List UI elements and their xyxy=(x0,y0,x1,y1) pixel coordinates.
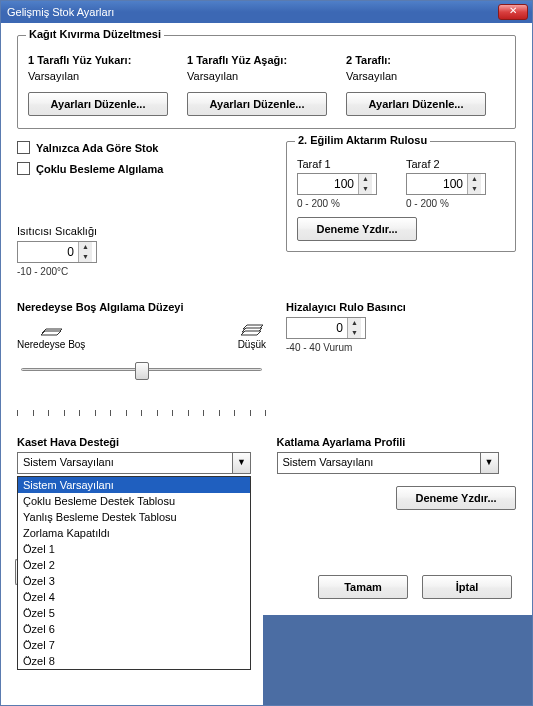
fold-profile-combo-text: Sistem Varsayılanı xyxy=(278,453,480,473)
curl-col-1-face-down: 1 Taraflı Yüz Aşağı: Varsayılan Ayarları… xyxy=(187,54,346,116)
curl-value: Varsayılan xyxy=(346,70,505,82)
close-button[interactable]: ✕ xyxy=(498,4,528,20)
aligner-column: Hizalayıcı Rulo Basıncı ▲ ▼ -40 - 40 Vur… xyxy=(286,287,516,416)
name-only-stock-row: Yalnızca Ada Göre Stok xyxy=(17,141,266,154)
transfer-column: 2. Eğilim Aktarım Rulosu Taraf 1 ▲ ▼ xyxy=(286,141,516,277)
dropdown-arrow-icon[interactable]: ▼ xyxy=(480,453,498,473)
side2-label: Taraf 2 xyxy=(406,158,505,170)
tray-air-dropdown-list[interactable]: Sistem VarsayılanıÇoklu Besleme Destek T… xyxy=(17,476,251,670)
fold-profile-label: Katlama Ayarlama Profili xyxy=(277,436,517,448)
multifeed-checkbox[interactable] xyxy=(17,162,30,175)
spin-down-icon[interactable]: ▼ xyxy=(348,328,361,338)
tray-air-option[interactable]: Zorlama Kapatıldı xyxy=(18,525,250,541)
tray-air-combo-text: Sistem Varsayılanı xyxy=(18,453,232,473)
slider-icon-row: Neredeyse Boş Düşük xyxy=(17,319,266,350)
tray-air-option[interactable]: Özel 1 xyxy=(18,541,250,557)
slider-thumb[interactable] xyxy=(135,362,149,380)
tray-air-option[interactable]: Özel 2 xyxy=(18,557,250,573)
almost-empty-left-caption: Neredeyse Boş xyxy=(17,339,85,350)
aligner-input[interactable] xyxy=(287,318,347,338)
tray-air-option[interactable]: Özel 8 xyxy=(18,653,250,669)
almost-empty-right-icon: Düşük xyxy=(238,319,266,350)
paper-curl-group: Kağıt Kıvırma Düzeltmesi 1 Taraflı Yüz Y… xyxy=(17,35,516,129)
svg-marker-4 xyxy=(241,331,261,335)
svg-marker-1 xyxy=(41,331,61,335)
side1-arrows: ▲ ▼ xyxy=(358,174,372,194)
transfer-side-2: Taraf 2 ▲ ▼ 0 - 200 % xyxy=(406,158,505,209)
tray-air-option[interactable]: Özel 4 xyxy=(18,589,250,605)
ok-button[interactable]: Tamam xyxy=(318,575,408,599)
almost-empty-left-icon: Neredeyse Boş xyxy=(17,319,85,350)
dropdown-arrow-icon[interactable]: ▼ xyxy=(232,453,250,473)
spin-up-icon[interactable]: ▲ xyxy=(468,174,481,184)
tray-air-column: Kaset Hava Desteği Sistem Varsayılanı ▼ … xyxy=(17,436,257,510)
spin-up-icon[interactable]: ▲ xyxy=(348,318,361,328)
edit-settings-button-3[interactable]: Ayarları Düzenle... xyxy=(346,92,486,116)
spin-down-icon[interactable]: ▼ xyxy=(468,184,481,194)
stack-thin-icon xyxy=(38,319,64,337)
fuser-temp-row: ▲ ▼ xyxy=(17,241,266,263)
transfer-roll-group: 2. Eğilim Aktarım Rulosu Taraf 1 ▲ ▼ xyxy=(286,141,516,252)
side2-spinner: ▲ ▼ xyxy=(406,173,486,195)
transfer-side-1: Taraf 1 ▲ ▼ 0 - 200 % xyxy=(297,158,396,209)
side1-spinner: ▲ ▼ xyxy=(297,173,377,195)
aligner-range: -40 - 40 Vurum xyxy=(286,342,516,353)
side1-range: 0 - 200 % xyxy=(297,198,396,209)
parent-window-backdrop xyxy=(263,615,532,705)
aligner-arrows: ▲ ▼ xyxy=(347,318,361,338)
side1-label: Taraf 1 xyxy=(297,158,396,170)
tray-air-option[interactable]: Özel 6 xyxy=(18,621,250,637)
fold-test-print-wrap: Deneme Yzdır... xyxy=(277,486,517,510)
row-checks-transfer: Yalnızca Ada Göre Stok Çoklu Besleme Alg… xyxy=(17,141,516,277)
tray-air-option[interactable]: Yanlış Besleme Destek Tablosu xyxy=(18,509,250,525)
curl-header: 2 Taraflı: xyxy=(346,54,505,66)
almost-empty-right-caption: Düşük xyxy=(238,339,266,350)
window-title: Gelişmiş Stok Ayarları xyxy=(7,6,498,18)
spin-up-icon[interactable]: ▲ xyxy=(79,242,92,252)
fold-profile-combo[interactable]: Sistem Varsayılanı ▼ xyxy=(277,452,499,474)
tray-air-option[interactable]: Çoklu Besleme Destek Tablosu xyxy=(18,493,250,509)
stack-thick-icon xyxy=(239,319,265,337)
tray-air-label: Kaset Hava Desteği xyxy=(17,436,257,448)
tray-air-option[interactable]: Sistem Varsayılanı xyxy=(18,477,250,493)
curl-col-2-sided: 2 Taraflı: Varsayılan Ayarları Düzenle..… xyxy=(346,54,505,116)
spin-up-icon[interactable]: ▲ xyxy=(359,174,372,184)
tray-air-option[interactable]: Özel 7 xyxy=(18,637,250,653)
curl-header: 1 Taraflı Yüz Aşağı: xyxy=(187,54,346,66)
side1-input[interactable] xyxy=(298,174,358,194)
cancel-button[interactable]: İptal xyxy=(422,575,512,599)
name-only-stock-checkbox[interactable] xyxy=(17,141,30,154)
aligner-label: Hizalayıcı Rulo Basıncı xyxy=(286,301,516,313)
spin-down-icon[interactable]: ▼ xyxy=(79,252,92,262)
edit-settings-button-2[interactable]: Ayarları Düzenle... xyxy=(187,92,327,116)
spin-down-icon[interactable]: ▼ xyxy=(359,184,372,194)
fuser-range-text: -10 - 200°C xyxy=(17,266,266,277)
curl-value: Varsayılan xyxy=(28,70,187,82)
multifeed-label: Çoklu Besleme Algılama xyxy=(36,163,163,175)
dialog-buttons: Tamam İptal xyxy=(318,575,512,599)
side2-range: 0 - 200 % xyxy=(406,198,505,209)
fuser-temp-input[interactable] xyxy=(18,242,78,262)
aligner-spinner: ▲ ▼ xyxy=(286,317,366,339)
test-print-fold-button[interactable]: Deneme Yzdır... xyxy=(396,486,516,510)
fold-profile-column: Katlama Ayarlama Profili Sistem Varsayıl… xyxy=(277,436,517,510)
dialog-window: Gelişmiş Stok Ayarları ✕ Kağıt Kıvırma D… xyxy=(0,0,533,706)
checkbox-column: Yalnızca Ada Göre Stok Çoklu Besleme Alg… xyxy=(17,141,266,277)
side2-arrows: ▲ ▼ xyxy=(467,174,481,194)
curl-columns: 1 Taraflı Yüz Yukarı: Varsayılan Ayarlar… xyxy=(28,54,505,116)
edit-settings-button-1[interactable]: Ayarları Düzenle... xyxy=(28,92,168,116)
almost-empty-slider[interactable] xyxy=(21,362,262,392)
tray-air-option[interactable]: Özel 3 xyxy=(18,573,250,589)
side2-input[interactable] xyxy=(407,174,467,194)
fuser-temp-spinner: ▲ ▼ xyxy=(17,241,97,263)
content-area: Kağıt Kıvırma Düzeltmesi 1 Taraflı Yüz Y… xyxy=(1,23,532,522)
tray-air-option[interactable]: Özel 5 xyxy=(18,605,250,621)
almost-empty-label: Neredeyse Boş Algılama Düzeyi xyxy=(17,301,266,313)
transfer-sides: Taraf 1 ▲ ▼ 0 - 200 % Taraf 2 xyxy=(297,158,505,209)
test-print-transfer-button[interactable]: Deneme Yzdır... xyxy=(297,217,417,241)
paper-curl-legend: Kağıt Kıvırma Düzeltmesi xyxy=(26,28,164,40)
name-only-stock-label: Yalnızca Ada Göre Stok xyxy=(36,142,158,154)
transfer-roll-legend: 2. Eğilim Aktarım Rulosu xyxy=(295,134,430,146)
tray-air-combo[interactable]: Sistem Varsayılanı ▼ xyxy=(17,452,251,474)
curl-header: 1 Taraflı Yüz Yukarı: xyxy=(28,54,187,66)
